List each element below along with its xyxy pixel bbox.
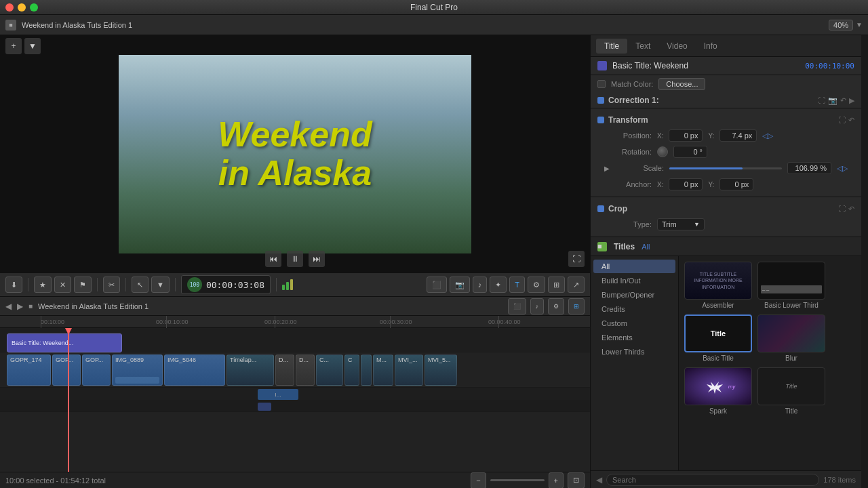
clip-c1[interactable]: C... [316,354,343,386]
thumb-basic-title[interactable]: Title Basic Title [684,314,752,362]
minimize-button[interactable] [18,3,26,12]
correction-undo-btn[interactable]: ↶ [840,96,846,105]
thumb-spark[interactable]: my Spark [684,367,752,415]
timeline-clip-btn[interactable]: ⬛ [508,298,526,314]
clip-img5046[interactable]: IMG_5046 [164,354,225,386]
tab-text[interactable]: Text [627,39,658,54]
select-dropdown[interactable]: ▼ [151,277,170,293]
sidebar-item-credits[interactable]: Credits [593,302,675,316]
thumb-assembler[interactable]: TITLE SUBTITLEINFORMATION MOREINFORMATIO… [684,262,752,309]
transform-header[interactable]: Transform ⛶ ↶ [591,113,861,127]
maximize-button[interactable] [30,3,38,12]
title-btn[interactable]: T [509,277,525,293]
crop-type-val[interactable]: Trim ▼ [657,218,705,230]
camera-btn[interactable]: 📷 [450,277,470,293]
transform-btn[interactable]: ⊞ [548,277,565,293]
crop-fit-btn[interactable]: ⛶ [838,205,846,214]
tab-video[interactable]: Video [658,39,695,54]
preview-controls[interactable]: ⏮ ⏸ ⏭ [265,251,325,267]
fullscreen-btn[interactable]: ⛶ [568,251,585,267]
search-input[interactable] [606,474,819,486]
sidebar-item-bumper[interactable]: Bumper/Opener [593,288,675,302]
gen-btn[interactable]: ⚙ [528,277,545,293]
scale-slider[interactable] [669,167,782,169]
timeline-settings-btn[interactable]: ⚙ [548,298,564,314]
go-to-end-btn[interactable]: ⏭ [309,251,325,267]
playhead[interactable] [68,328,69,472]
sidebar-item-all[interactable]: All [593,260,675,273]
collapse-btn[interactable]: ◀ [596,475,602,485]
favorite-btn[interactable]: ★ [34,277,52,293]
select-tool[interactable]: ↖ [132,277,149,293]
share-btn[interactable]: ↗ [568,277,585,293]
tab-info[interactable]: Info [696,39,726,54]
rotation-knob[interactable] [657,146,668,157]
music-btn[interactable]: ♪ [473,277,488,293]
sidebar-item-build-in-out[interactable]: Build In/Out [593,274,675,287]
clip-gop2[interactable]: GOP... [82,354,111,386]
clip-timelap[interactable]: Timelap... [226,354,274,386]
title-clip[interactable]: Basic Title: Weekend... [7,333,122,352]
choose-btn[interactable]: Choose... [658,78,705,90]
pos-x-val[interactable]: 0 px [669,129,703,142]
scale-arrows[interactable]: ◁▷ [837,164,848,173]
thumb-basic-lower-third[interactable]: ─ ─ Basic Lower Third [757,262,825,309]
zoom-slider[interactable] [490,479,545,481]
timeline-nav-left[interactable]: ◀ [5,302,12,311]
zoom-dropdown-icon[interactable]: ▼ [856,21,863,28]
clip-d2[interactable]: D... [296,354,315,386]
clip-d1[interactable]: D... [275,354,294,386]
preview-options-btn[interactable]: ▼ [24,38,41,54]
sub-clip-2[interactable] [258,403,271,411]
fx-btn[interactable]: ✦ [490,277,507,293]
clip-mvi1[interactable]: MVI_... [395,354,423,386]
close-button[interactable] [5,3,14,12]
clip-img0889[interactable]: IMG_0889 [112,354,163,386]
sidebar-item-lower-thirds[interactable]: Lower Thirds [593,345,675,359]
clip-mvi2[interactable]: MVI_5... [425,354,457,386]
fit-btn[interactable]: ⊡ [568,472,585,489]
pause-btn[interactable]: ⏸ [287,251,303,267]
scale-arrow[interactable]: ▶ [604,165,610,172]
anchor-y-val[interactable]: 0 px [719,178,753,190]
pos-arrows[interactable]: ◁▷ [762,131,773,140]
sidebar-item-custom[interactable]: Custom [593,317,675,330]
crop-header[interactable]: Crop ⛶ ↶ [591,201,861,216]
add-to-timeline-btn[interactable]: + [5,38,22,54]
timeline-audio-btn[interactable]: ♪ [530,298,545,314]
timeline-expand-btn[interactable]: ⊞ [568,298,585,314]
zoom-display[interactable]: 40% [829,20,853,30]
correction-camera-btn[interactable]: 📷 [828,96,837,105]
crop-reset-btn[interactable]: ↶ [848,205,854,214]
timeline-nav-right[interactable]: ▶ [17,302,23,311]
trim-btn[interactable]: ✂ [103,277,120,293]
reject-btn[interactable]: ✕ [54,277,71,293]
correction-fwd-btn[interactable]: ▶ [849,96,854,105]
thumb-blur[interactable]: Blur [757,314,825,362]
transform-reset-btn[interactable]: ↶ [848,116,854,125]
clip-c2[interactable]: C [344,354,359,386]
flag-btn[interactable]: ⚑ [74,277,92,293]
clip-m2[interactable]: M... [373,354,393,386]
correction-crop-btn[interactable]: ⛶ [818,96,825,105]
go-to-start-btn[interactable]: ⏮ [265,251,281,267]
anchor-x-val[interactable]: 0 px [669,178,703,190]
titles-all-link[interactable]: All [642,243,650,251]
clip-btn[interactable]: ⬛ [427,277,447,293]
transform-fit-btn[interactable]: ⛶ [838,116,846,125]
tab-title[interactable]: Title [596,39,627,54]
timeline-ruler[interactable]: 00:10:00 00:00:10:00 00:00:20:00 00:00:3… [0,316,590,328]
rotation-val[interactable]: 0 ° [673,146,707,158]
clip-gop1[interactable]: GOP... [52,354,81,386]
sub-clip-1[interactable]: I... [258,389,298,400]
clip-m1[interactable] [361,354,372,386]
sidebar-item-elements[interactable]: Elements [593,331,675,344]
zoom-out-btn[interactable]: − [471,472,486,489]
download-btn[interactable]: ⬇ [5,277,22,293]
clip-gopr174[interactable]: GOPR_174 [7,354,51,386]
thumb-title2[interactable]: Title Title [757,367,825,415]
scale-val[interactable]: 106.99 % [787,162,831,174]
pos-y-val[interactable]: 7.4 px [719,129,757,142]
zoom-in-btn[interactable]: + [549,472,564,489]
match-color-checkbox[interactable] [597,80,606,88]
